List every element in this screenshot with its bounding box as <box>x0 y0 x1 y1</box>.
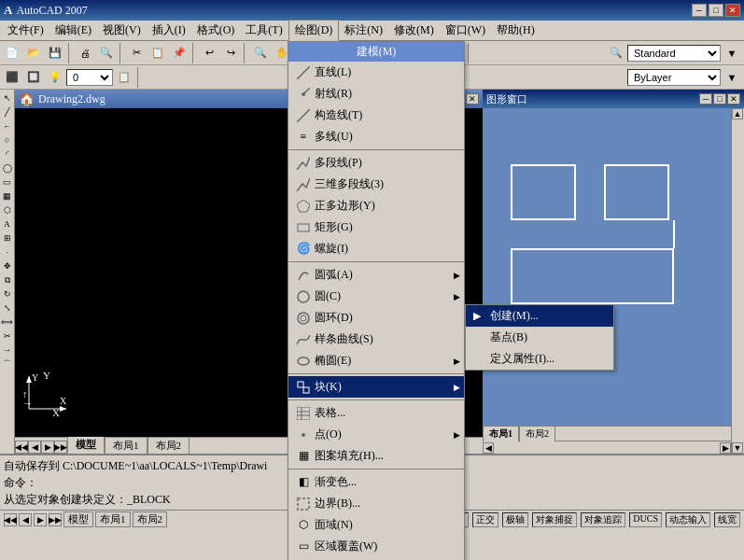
tool-arc[interactable]: ◜ <box>1 147 14 161</box>
tab-model[interactable]: 模型 <box>67 436 105 454</box>
menu-modify[interactable]: 修改(M) <box>388 21 440 40</box>
tool-scale[interactable]: ⤡ <box>1 301 14 315</box>
toggle-ortho[interactable]: 正交 <box>472 512 498 527</box>
toggle-dyn[interactable]: 动态输入 <box>666 512 710 527</box>
toggle-lw[interactable]: 线宽 <box>714 512 740 527</box>
tool-copy2[interactable]: ⧉ <box>1 273 14 287</box>
tb-undo[interactable]: ↩ <box>199 43 219 63</box>
tool-rect[interactable]: ▭ <box>1 175 14 189</box>
tab-nav-last[interactable]: ▶▶ <box>54 441 67 454</box>
tool-ellipse[interactable]: ◯ <box>1 161 14 175</box>
tb-search[interactable]: 🔍 <box>606 43 626 63</box>
vscroll-down[interactable]: ▼ <box>732 442 743 454</box>
right-tab-layout2[interactable]: 布局2 <box>519 426 555 441</box>
standard-combo[interactable]: Standard <box>627 45 721 62</box>
tool-pline[interactable]: ⌐ <box>1 119 14 133</box>
tab-nav-prev[interactable]: ◀ <box>28 441 41 454</box>
tb-3d[interactable]: 🔲 <box>293 43 314 63</box>
nav-next[interactable]: ▶ <box>34 513 47 526</box>
menu-format[interactable]: 格式(O) <box>191 21 241 40</box>
tb-zoom[interactable]: 🔍 <box>250 43 271 63</box>
vscroll-track[interactable] <box>732 119 744 442</box>
tool-insert[interactable]: ⊞ <box>1 231 14 245</box>
menu-window[interactable]: 窗口(W) <box>440 21 491 40</box>
hscroll-right[interactable]: ▶ <box>720 442 731 454</box>
tb-pan[interactable]: ✋ <box>272 43 292 63</box>
workspace-combo[interactable]: AutoCAD 经典 <box>323 45 414 62</box>
tool-trim[interactable]: ✂ <box>1 329 14 343</box>
tb-new[interactable]: 📄 <box>2 43 22 63</box>
menu-wipeout[interactable]: ▭ 区域覆盖(W) <box>288 536 464 557</box>
tb-cut[interactable]: ✂ <box>126 43 147 63</box>
bylayer-combo[interactable]: ByLayer <box>627 69 721 86</box>
menu-edit[interactable]: 编辑(E) <box>49 21 97 40</box>
right-maximize[interactable]: □ <box>713 93 726 105</box>
tab-layout2[interactable]: 布局2 <box>147 437 190 454</box>
tb-help[interactable]: ? <box>444 43 465 63</box>
toggle-polar[interactable]: 极轴 <box>502 512 528 527</box>
right-hscroll[interactable]: ◀ ▶ <box>483 441 731 454</box>
tool-circle[interactable]: ○ <box>1 133 14 147</box>
tb-layer1[interactable]: ⬛ <box>2 67 22 88</box>
tb-layer2[interactable]: 🔲 <box>23 67 44 88</box>
toggle-osnap[interactable]: 对象捕捉 <box>532 512 577 527</box>
tb-redo[interactable]: ↪ <box>220 43 241 63</box>
menu-dim[interactable]: 标注(N) <box>339 21 388 40</box>
tool-mirror[interactable]: ⟺ <box>1 315 14 329</box>
toggle-otrack[interactable]: 对象追踪 <box>581 512 625 527</box>
tb-print[interactable]: 🖨 <box>75 43 95 63</box>
tb-open[interactable]: 📂 <box>23 43 44 63</box>
vscroll-up[interactable]: ▲ <box>732 108 743 119</box>
drawing-maximize[interactable]: □ <box>452 93 465 105</box>
tb-bylayer-btn[interactable]: ▼ <box>722 67 742 88</box>
tb-paste[interactable]: 📌 <box>169 43 190 63</box>
close-button[interactable]: ✕ <box>725 4 740 17</box>
nav-prev[interactable]: ◀ <box>19 513 32 526</box>
drawing-close[interactable]: ✕ <box>466 93 479 105</box>
menu-view[interactable]: 视图(V) <box>97 21 147 40</box>
nav-last[interactable]: ▶▶ <box>49 513 62 526</box>
right-canvas[interactable] <box>483 108 744 454</box>
tool-region[interactable]: ⬡ <box>1 203 14 217</box>
drawing-canvas[interactable]: Y ↑ → X Y X <box>15 108 483 437</box>
tab-nav-first[interactable]: ◀◀ <box>15 441 28 454</box>
nav-first[interactable]: ◀◀ <box>4 513 17 526</box>
toggle-ducs[interactable]: DUCS <box>629 512 662 527</box>
tb-layer3[interactable]: 💡 <box>45 67 65 88</box>
layout2-tab-label[interactable]: 布局2 <box>133 511 168 527</box>
tool-rotate[interactable]: ↻ <box>1 287 14 301</box>
menu-insert[interactable]: 插入(I) <box>147 21 191 40</box>
tb-save[interactable]: 💾 <box>45 43 65 63</box>
tool-fillet[interactable]: ⌒ <box>1 357 14 371</box>
right-close[interactable]: ✕ <box>727 93 740 105</box>
tool-hatch[interactable]: ▦ <box>1 189 14 203</box>
tb-layer4[interactable]: 📋 <box>114 67 134 88</box>
menu-draw[interactable]: 绘图(D) <box>288 20 340 41</box>
maximize-button[interactable]: □ <box>709 4 723 17</box>
tb-std-btn[interactable]: ▼ <box>722 43 742 63</box>
right-vscroll[interactable]: ▲ ▼ <box>731 108 744 454</box>
drawing-minimize[interactable]: ─ <box>438 93 451 105</box>
tab-nav-next[interactable]: ▶ <box>41 441 54 454</box>
tb-preview[interactable]: 🔍 <box>96 43 117 63</box>
tool-select[interactable]: ↖ <box>1 91 14 105</box>
tool-extend[interactable]: → <box>1 343 14 357</box>
right-tab-layout1[interactable]: 布局1 <box>483 426 519 442</box>
tool-move[interactable]: ✥ <box>1 259 14 273</box>
model-tab-label[interactable]: 模型 <box>63 511 93 527</box>
layer-num-combo[interactable]: 0 <box>66 69 113 86</box>
menu-help[interactable]: 帮助(H) <box>491 21 540 40</box>
right-minimize[interactable]: ─ <box>699 93 712 105</box>
tool-line[interactable]: ╱ <box>1 105 14 119</box>
minimize-button[interactable]: ─ <box>692 4 707 17</box>
tool-text[interactable]: A <box>1 217 14 231</box>
tab-layout1[interactable]: 布局1 <box>105 437 147 454</box>
layout1-tab-label[interactable]: 布局1 <box>95 511 131 527</box>
toggle-snap[interactable]: 捕捉 <box>413 512 439 527</box>
hscroll-left[interactable]: ◀ <box>483 442 494 454</box>
tb-workspace-btn[interactable]: ▼ <box>414 43 435 63</box>
tool-point[interactable]: · <box>1 245 14 259</box>
menu-tools[interactable]: 工具(T) <box>240 21 288 40</box>
tb-copy[interactable]: 📋 <box>147 43 168 63</box>
toggle-grid[interactable]: 栅格 <box>442 512 469 527</box>
